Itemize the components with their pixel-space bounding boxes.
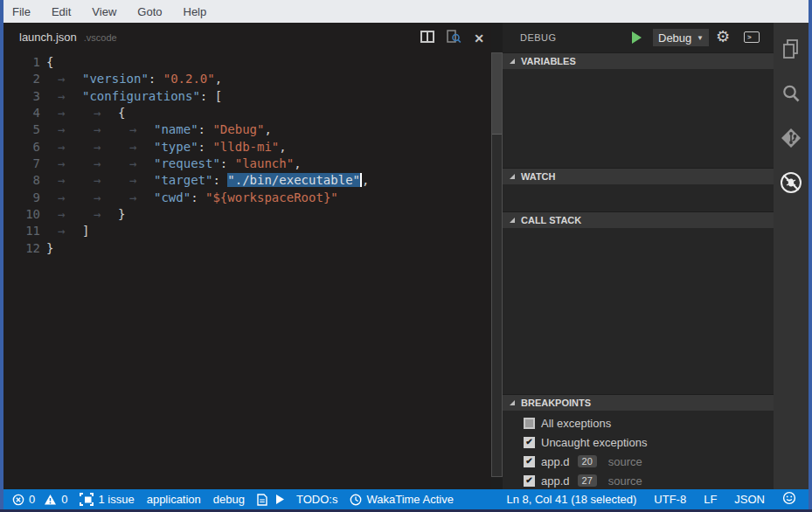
wakatime-status[interactable]: WakaTime Active: [350, 493, 453, 506]
section-header-variables[interactable]: VARIABLES: [503, 52, 774, 69]
checkbox-unchecked[interactable]: [524, 418, 535, 429]
code-token: :: [149, 72, 163, 86]
code-token: "cwd": [154, 190, 191, 204]
section-header-breakpoints[interactable]: BREAKPOINTS: [503, 394, 774, 411]
code-token: :: [212, 173, 227, 187]
code-token: ,: [279, 140, 286, 154]
code-line[interactable]: 12}: [3, 240, 491, 257]
line-number: 4: [3, 105, 40, 121]
code-token: "Debug": [212, 122, 264, 136]
code-token: "lldb-mi": [212, 140, 279, 154]
split-editor-icon[interactable]: [420, 31, 434, 46]
section-header-watch[interactable]: WATCH: [503, 168, 774, 184]
source-control-icon[interactable]: [774, 115, 809, 160]
code-line[interactable]: 4→→{: [3, 105, 491, 121]
code-line[interactable]: 11→]: [3, 223, 491, 239]
breakpoint-row[interactable]: ✔app.d20source: [503, 452, 774, 471]
tab-whitespace-icon: →: [46, 139, 82, 156]
issues-icon: [80, 493, 94, 506]
checkbox-checked[interactable]: ✔: [524, 456, 535, 467]
file-status[interactable]: [257, 494, 267, 506]
build-config[interactable]: application: [147, 493, 201, 506]
menu-goto[interactable]: Goto: [137, 5, 162, 18]
code-token: ,: [215, 72, 222, 86]
error-count[interactable]: 0: [12, 493, 35, 506]
tab-whitespace-icon: →: [46, 206, 82, 223]
menu-file[interactable]: File: [12, 5, 31, 18]
line-number: 8: [3, 172, 40, 189]
code-line[interactable]: 10→→}: [3, 206, 491, 223]
breakpoint-row[interactable]: All exceptions: [503, 413, 774, 432]
files-icon[interactable]: [774, 26, 809, 71]
code-line[interactable]: 8→→→"target": "./bin/executable",: [3, 172, 491, 189]
issues-status[interactable]: 1 issue: [80, 493, 134, 506]
section-label: BREAKPOINTS: [521, 398, 591, 408]
section-body-variables: [503, 69, 774, 168]
debug-console-icon[interactable]: >: [744, 31, 760, 43]
debug-icon[interactable]: [774, 160, 809, 204]
code-line[interactable]: 2→"version": "0.2.0",: [3, 71, 491, 87]
debug-sections: VARIABLESWATCHCALL STACKBREAKPOINTSAll e…: [503, 52, 774, 489]
breakpoint-detail: source: [608, 474, 642, 488]
code-line[interactable]: 1{: [3, 54, 491, 71]
tab-whitespace-icon: →: [82, 105, 118, 121]
code-line[interactable]: 5→→→"name": "Debug",: [3, 121, 491, 138]
code-token: ,: [264, 122, 271, 136]
tab-whitespace-icon: →: [82, 156, 118, 172]
section-body-watch: [503, 184, 774, 211]
tab-filename: launch.json: [19, 31, 77, 44]
code-area[interactable]: 1{2→"version": "0.2.0",3→"configurations…: [3, 54, 491, 257]
build-type[interactable]: debug: [213, 493, 245, 506]
menu-help[interactable]: Help: [184, 5, 207, 18]
open-preview-icon[interactable]: [447, 30, 462, 47]
run-status[interactable]: [276, 495, 284, 504]
code-token: {: [46, 55, 53, 69]
search-icon[interactable]: [774, 71, 809, 115]
settings-gear-icon[interactable]: ⚙: [716, 26, 730, 47]
debug-config-dropdown[interactable]: Debug ▼: [653, 29, 709, 46]
language-indicator[interactable]: JSON: [734, 493, 765, 506]
code-token: }: [46, 241, 53, 255]
checkbox-checked[interactable]: ✔: [524, 475, 535, 487]
tab-whitespace-icon: →: [118, 172, 154, 189]
breakpoint-row[interactable]: ✔Uncaught exceptions: [503, 432, 774, 452]
menu-edit[interactable]: Edit: [52, 5, 71, 18]
warning-icon: [44, 494, 57, 506]
code-token: [: [215, 89, 222, 103]
code-line[interactable]: 9→→→"cwd": "${workspaceRoot}": [3, 190, 491, 206]
checkbox-checked[interactable]: ✔: [524, 437, 535, 448]
code-token: :: [198, 122, 213, 136]
todo-status[interactable]: TODO:s: [296, 493, 337, 506]
scrollbar-thumb[interactable]: [492, 53, 502, 135]
error-icon: [12, 494, 24, 506]
encoding-indicator[interactable]: UTF-8: [654, 493, 686, 506]
eol-indicator[interactable]: LF: [704, 493, 717, 506]
play-icon[interactable]: [632, 31, 642, 44]
tab-whitespace-icon: →: [46, 105, 82, 121]
code-token: "request": [154, 156, 220, 170]
menu-view[interactable]: View: [92, 5, 116, 18]
editor-scrollbar[interactable]: [491, 52, 503, 477]
code-line[interactable]: 6→→→"type": "lldb-mi",: [3, 139, 491, 156]
debug-toolbar: DEBUG Debug ▼ ⚙ >: [503, 23, 774, 52]
line-badge: 27: [578, 474, 597, 487]
chevron-expanded-icon: [510, 59, 515, 64]
cursor-position[interactable]: Ln 8, Col 41 (18 selected): [506, 493, 636, 506]
feedback-smiley-icon[interactable]: [782, 491, 796, 508]
close-icon[interactable]: ✕: [474, 31, 484, 45]
line-badge: 20: [578, 455, 597, 467]
warning-count[interactable]: 0: [44, 493, 67, 506]
code-line[interactable]: 3→"configurations": [: [3, 88, 491, 105]
code-line[interactable]: 7→→→"request": "launch",: [3, 156, 491, 172]
clock-icon: [350, 494, 362, 506]
breakpoint-label: app.d: [541, 474, 570, 488]
breakpoint-row[interactable]: ✔app.d27source: [503, 471, 774, 490]
tab-whitespace-icon: →: [82, 206, 118, 223]
section-header-call-stack[interactable]: CALL STACK: [503, 211, 774, 228]
tab-whitespace-icon: →: [118, 121, 154, 138]
tab-launch-json[interactable]: launch.json .vscode: [19, 31, 117, 44]
line-number: 3: [3, 88, 40, 105]
tab-whitespace-icon: →: [46, 223, 82, 239]
editor: launch.json .vscode ✕ 1{2→"version": "0.…: [3, 23, 491, 489]
status-bar: 0 0 1 issue application debug TODO:s Wak…: [3, 489, 809, 509]
